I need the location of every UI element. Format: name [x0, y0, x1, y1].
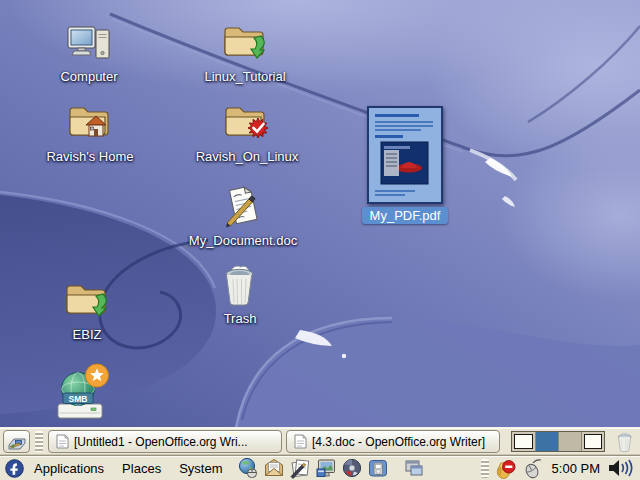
file-manager-icon	[403, 457, 425, 479]
media-player-launcher[interactable]	[366, 457, 390, 480]
email-icon	[263, 457, 285, 479]
computer-icon	[66, 22, 112, 66]
pdf-preview-icon	[367, 106, 443, 204]
workspace-1[interactable]	[512, 432, 535, 451]
desktop-icon-ravish-on-linux[interactable]: Ravish_On_Linux	[192, 102, 302, 164]
workspace-3[interactable]	[558, 432, 581, 451]
menu-places[interactable]: Places	[114, 458, 169, 479]
desktop-icon-ebiz[interactable]: EBIZ	[32, 280, 142, 342]
trash-icon	[220, 262, 260, 308]
trash-applet[interactable]	[613, 430, 637, 454]
menu-system[interactable]: System	[171, 458, 230, 479]
show-desktop-icon	[8, 433, 26, 450]
web-browser-launcher[interactable]	[236, 457, 260, 480]
desktop-icon-trash[interactable]: Trash	[185, 262, 295, 326]
desktop-icon-smb-share[interactable]: SMB	[27, 362, 137, 422]
taskbar-window-43doc[interactable]: [4.3.doc - OpenOffice.org Writer]	[286, 430, 500, 453]
mouse-icon[interactable]	[521, 458, 545, 479]
document-window-icon	[56, 434, 69, 449]
icon-label: Linux_Tutorial	[204, 69, 285, 84]
desktop-icon-my-pdf[interactable]: My_PDF.pdf	[350, 106, 460, 224]
volume-icon[interactable]	[607, 458, 635, 478]
icon-label: Trash	[224, 311, 257, 326]
show-desktop-button[interactable]	[3, 430, 30, 453]
window-title: [4.3.doc - OpenOffice.org Writer]	[312, 435, 485, 449]
workspace-window	[584, 434, 602, 449]
icon-label-selected: My_PDF.pdf	[362, 207, 449, 224]
desktop-icon-computer[interactable]: Computer	[34, 22, 144, 84]
folder-important-icon	[222, 102, 272, 146]
word-processor-icon	[289, 457, 311, 479]
cd-disc-icon	[341, 457, 363, 479]
file-manager-launcher[interactable]	[402, 457, 426, 480]
launcher-group	[236, 457, 426, 480]
desktop-area[interactable]: Computer Linux_Tutorial	[0, 0, 640, 427]
panel-drag-handle[interactable]	[481, 459, 489, 478]
smb-badge-text: SMB	[69, 394, 88, 404]
desktop-screen: Computer Linux_Tutorial	[0, 0, 640, 480]
workspace-window	[514, 434, 533, 449]
icon-label: Ravish_On_Linux	[196, 149, 299, 164]
media-player-icon	[367, 457, 389, 479]
desktop-icon-my-document[interactable]: My_Document.doc	[188, 182, 298, 248]
update-alert-icon[interactable]	[495, 458, 516, 479]
presentation-launcher[interactable]	[314, 457, 338, 480]
icon-label: Computer	[60, 69, 117, 84]
email-launcher[interactable]	[262, 457, 286, 480]
folder-download-icon	[63, 280, 111, 324]
gnome-panel: Applications Places System	[0, 455, 640, 480]
folder-download-icon	[221, 22, 269, 66]
presentation-icon	[315, 457, 337, 479]
text-document-icon	[220, 182, 266, 230]
clock-applet[interactable]: 5:00 PM	[550, 461, 602, 476]
workspace-switcher	[511, 431, 605, 452]
menu-applications[interactable]: Applications	[26, 458, 112, 479]
window-title: [Untitled1 - OpenOffice.org Wri...	[74, 435, 248, 449]
panel-drag-handle[interactable]	[35, 431, 43, 452]
workspace-4[interactable]	[581, 432, 604, 451]
smb-share-icon: SMB	[52, 362, 112, 422]
folder-home-icon	[66, 102, 114, 146]
panel-status-area: 5:00 PM	[480, 458, 635, 479]
icon-label: My_Document.doc	[189, 233, 297, 248]
word-processor-launcher[interactable]	[288, 457, 312, 480]
trash-applet-icon	[615, 431, 635, 453]
taskbar-window-untitled1[interactable]: [Untitled1 - OpenOffice.org Wri...	[48, 430, 282, 453]
document-window-icon	[294, 434, 307, 449]
fedora-logo-icon	[5, 459, 24, 478]
cd-disc-launcher[interactable]	[340, 457, 364, 480]
desktop-icon-ravishs-home[interactable]: Ravish's Home	[35, 102, 145, 164]
icon-label: Ravish's Home	[46, 149, 133, 164]
workspace-2-active[interactable]	[535, 432, 558, 451]
window-list-bar: [Untitled1 - OpenOffice.org Wri... [4.3.…	[0, 427, 640, 455]
web-browser-icon	[237, 457, 259, 479]
desktop-icon-linux-tutorial[interactable]: Linux_Tutorial	[190, 22, 300, 84]
icon-label: EBIZ	[73, 327, 102, 342]
